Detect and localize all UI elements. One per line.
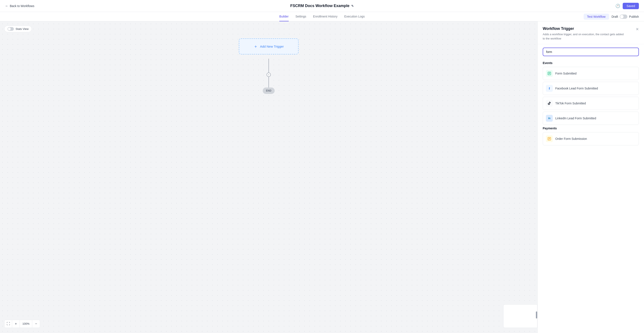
tabs-right-group: Test Workflow Draft Publish — [584, 14, 639, 20]
linkedin-icon: in — [546, 115, 553, 122]
edit-title-icon[interactable]: ✎ — [351, 4, 354, 8]
history-icon[interactable]: 🕐 — [616, 4, 620, 8]
draft-label: Draft — [612, 15, 618, 18]
back-to-workflows-link[interactable]: ← Back to Workflows — [5, 4, 34, 8]
events-section-title: Events — [543, 61, 639, 65]
event-facebook-label: Facebook Lead Form Submitted — [555, 87, 598, 90]
workflow-canvas[interactable]: Stats View ＋ Add New Trigger + END ⛶ + 1… — [0, 21, 538, 333]
minimap-scrollbar — [536, 311, 537, 318]
search-container — [538, 44, 644, 60]
stats-label: Stats View — [16, 27, 28, 31]
event-order-form[interactable]: Order Form Submission — [543, 132, 639, 145]
panel-body: Events Form Submitted f Facebook Lead Fo… — [538, 60, 644, 333]
event-linkedin-lead-form[interactable]: in LinkedIn Lead Form Submitted — [543, 112, 639, 125]
publish-label: Publish — [629, 15, 639, 18]
stats-toggle-switch[interactable] — [8, 27, 14, 31]
back-arrow-icon: ← — [5, 4, 8, 8]
event-linkedin-label: LinkedIn Lead Form Submitted — [555, 117, 596, 120]
tab-enrollment-history[interactable]: Enrollment History — [313, 12, 337, 21]
header: ← Back to Workflows FSCRM Docs Workflow … — [0, 0, 644, 12]
zoom-out-button[interactable]: − — [32, 320, 40, 328]
facebook-icon: f — [546, 85, 553, 92]
event-tiktok-form[interactable]: TikTok Form Submitted — [543, 97, 639, 110]
tiktok-icon — [546, 100, 553, 107]
trigger-plus-icon: ＋ — [254, 44, 258, 49]
payment-icon — [546, 135, 553, 142]
test-workflow-button[interactable]: Test Workflow — [584, 14, 609, 20]
panel-header: Workflow Trigger Adds a workflow trigger… — [538, 21, 644, 44]
trigger-search-input[interactable] — [543, 48, 639, 56]
panel-title: Workflow Trigger — [543, 27, 624, 31]
panel-header-text: Workflow Trigger Adds a workflow trigger… — [543, 27, 624, 41]
back-label: Back to Workflows — [10, 4, 34, 8]
zoom-value-label: 100% — [20, 320, 32, 328]
panel-description: Adds a workflow trigger, and on executio… — [543, 32, 624, 41]
form-submitted-icon — [546, 70, 553, 77]
add-trigger-box[interactable]: ＋ Add New Trigger — [239, 39, 298, 55]
event-facebook-lead-form[interactable]: f Facebook Lead Form Submitted — [543, 82, 639, 95]
publish-toggle[interactable] — [620, 15, 627, 19]
workflow-title-group: FSCRM Docs Workflow Example ✎ — [290, 4, 354, 8]
stats-view-toggle[interactable]: Stats View — [4, 26, 32, 32]
header-right: 🕐 Saved — [616, 3, 639, 9]
event-form-submitted[interactable]: Form Submitted — [543, 67, 639, 80]
zoom-in-button[interactable]: + — [12, 320, 20, 328]
end-node: END — [263, 88, 275, 94]
zoom-controls: ⛶ + 100% − — [4, 320, 40, 328]
trigger-label: Add New Trigger — [260, 45, 284, 48]
main-content: Stats View ＋ Add New Trigger + END ⛶ + 1… — [0, 21, 644, 333]
workflow-title: FSCRM Docs Workflow Example — [290, 4, 350, 8]
event-tiktok-label: TikTok Form Submitted — [555, 102, 586, 105]
nav-tabs-bar: Builder Settings Enrollment History Exec… — [0, 12, 644, 21]
draft-publish-toggle-group: Draft Publish — [612, 15, 639, 19]
tab-execution-logs[interactable]: Execution Logs — [344, 12, 365, 21]
add-step-button[interactable]: + — [266, 73, 271, 77]
event-form-submitted-label: Form Submitted — [555, 72, 576, 75]
tab-settings[interactable]: Settings — [295, 12, 306, 21]
connector-line-2 — [268, 77, 269, 88]
tab-builder[interactable]: Builder — [279, 12, 289, 21]
panel-close-icon[interactable]: ✕ — [636, 27, 639, 32]
payments-section-title: Payments — [543, 127, 639, 130]
saved-button[interactable]: Saved — [623, 3, 639, 9]
event-order-form-label: Order Form Submission — [555, 137, 587, 140]
expand-button[interactable]: ⛶ — [4, 320, 12, 328]
tabs-center-group: Builder Settings Enrollment History Exec… — [279, 12, 365, 21]
right-panel: Workflow Trigger Adds a workflow trigger… — [538, 21, 644, 333]
minimap — [503, 304, 538, 328]
